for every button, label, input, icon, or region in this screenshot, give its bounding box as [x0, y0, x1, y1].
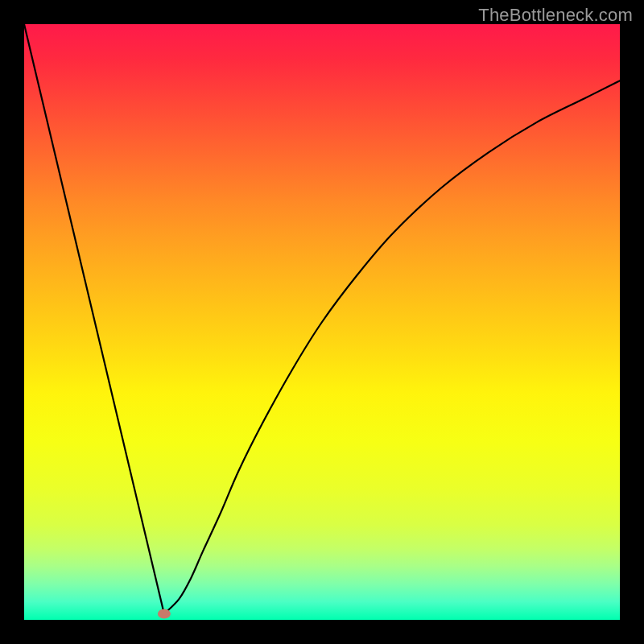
optimal-point-marker [158, 609, 171, 619]
bottleneck-curve [24, 24, 620, 614]
chart-svg [24, 24, 620, 620]
watermark-text: TheBottleneck.com [478, 5, 633, 26]
plot-area [24, 24, 620, 620]
chart-frame: TheBottleneck.com [0, 0, 644, 644]
